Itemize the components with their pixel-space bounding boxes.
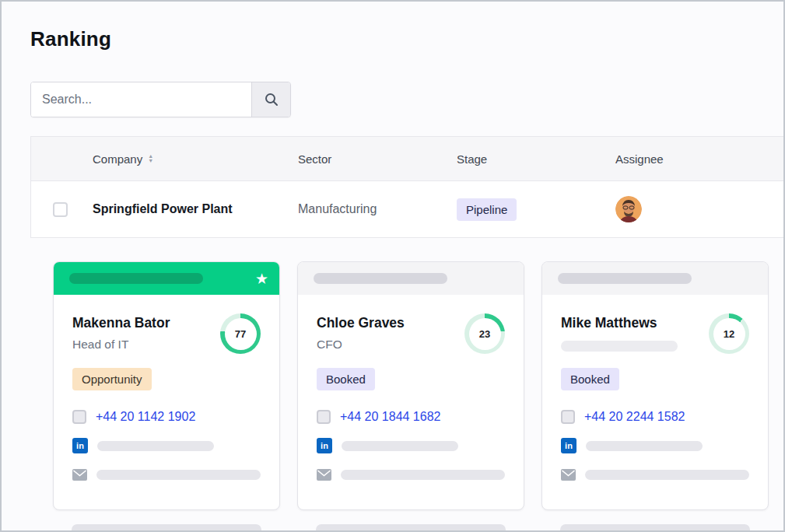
contact-card[interactable]: Mike Matthews 12 Booked +44 20 2244 1582… bbox=[541, 261, 769, 510]
search-bar bbox=[30, 82, 291, 117]
header-placeholder-bar bbox=[558, 273, 692, 284]
linkedin-placeholder bbox=[342, 441, 458, 451]
card-header bbox=[298, 262, 524, 295]
contact-name: Makenna Bator bbox=[72, 315, 170, 331]
email-placeholder bbox=[341, 470, 505, 480]
search-icon bbox=[264, 92, 279, 107]
score-value: 77 bbox=[225, 318, 257, 350]
ranking-page: Ranking Company ▲ ▼ Sector Stage Assigne… bbox=[0, 0, 785, 532]
email-icon bbox=[72, 469, 87, 481]
card-header bbox=[542, 262, 768, 295]
email-placeholder bbox=[96, 470, 261, 480]
next-card-preview bbox=[72, 524, 261, 532]
score-value: 12 bbox=[713, 318, 745, 350]
card-header: ★ bbox=[54, 262, 279, 295]
search-button[interactable] bbox=[251, 82, 290, 117]
score-ring: 23 bbox=[464, 313, 505, 354]
linkedin-placeholder bbox=[97, 441, 214, 451]
ranking-table: Company ▲ ▼ Sector Stage Assignee Spring… bbox=[30, 136, 783, 238]
page-title: Ranking bbox=[30, 27, 111, 51]
search-input[interactable] bbox=[31, 82, 251, 117]
next-card-preview bbox=[560, 524, 750, 532]
assignee-avatar bbox=[615, 196, 642, 222]
column-header-company[interactable]: Company ▲ ▼ bbox=[93, 152, 298, 166]
contact-name: Mike Matthews bbox=[561, 315, 678, 331]
contact-role: CFO bbox=[317, 338, 405, 352]
sector-cell: Manufacturing bbox=[298, 202, 457, 216]
linkedin-placeholder bbox=[586, 441, 703, 451]
contact-card[interactable]: Chloe Graves CFO 23 Booked +44 20 1844 1… bbox=[297, 261, 524, 510]
column-header-sector: Sector bbox=[298, 152, 457, 166]
company-cell: Springfield Power Plant bbox=[93, 202, 298, 216]
phone-link[interactable]: +44 20 1844 1682 bbox=[340, 410, 440, 424]
contact-card[interactable]: ★ Makenna Bator Head of IT 77 Opportunit… bbox=[53, 261, 280, 510]
star-icon[interactable]: ★ bbox=[255, 271, 268, 286]
email-icon bbox=[561, 469, 576, 481]
email-icon bbox=[317, 469, 331, 481]
phone-icon bbox=[317, 410, 331, 424]
header-placeholder-bar bbox=[69, 273, 203, 284]
email-placeholder bbox=[585, 470, 749, 480]
column-header-stage: Stage bbox=[457, 152, 615, 166]
contact-name: Chloe Graves bbox=[317, 315, 405, 331]
next-card-preview bbox=[316, 524, 506, 532]
table-header: Company ▲ ▼ Sector Stage Assignee bbox=[31, 137, 783, 181]
row-checkbox[interactable] bbox=[53, 202, 68, 217]
contact-role: Head of IT bbox=[72, 338, 170, 352]
phone-icon bbox=[72, 410, 86, 424]
phone-link[interactable]: +44 20 1142 1902 bbox=[96, 410, 195, 424]
stage-badge: Pipeline bbox=[457, 198, 517, 221]
role-placeholder bbox=[561, 341, 678, 352]
score-ring: 77 bbox=[220, 313, 261, 354]
column-header-assignee: Assignee bbox=[615, 152, 783, 166]
linkedin-icon[interactable]: in bbox=[317, 438, 332, 453]
ranking-cards: ★ Makenna Bator Head of IT 77 Opportunit… bbox=[53, 261, 769, 510]
status-badge: Booked bbox=[317, 368, 375, 390]
score-value: 23 bbox=[469, 318, 501, 350]
header-placeholder-bar bbox=[314, 273, 447, 284]
status-badge: Booked bbox=[561, 368, 619, 390]
sort-icon[interactable]: ▲ ▼ bbox=[148, 154, 153, 163]
status-badge: Opportunity bbox=[72, 368, 152, 390]
phone-icon bbox=[561, 410, 575, 424]
score-ring: 12 bbox=[709, 313, 749, 354]
linkedin-icon[interactable]: in bbox=[561, 438, 576, 453]
linkedin-icon[interactable]: in bbox=[72, 438, 88, 453]
table-row[interactable]: Springfield Power Plant Manufacturing Pi… bbox=[31, 181, 783, 237]
phone-link[interactable]: +44 20 2244 1582 bbox=[584, 410, 685, 424]
